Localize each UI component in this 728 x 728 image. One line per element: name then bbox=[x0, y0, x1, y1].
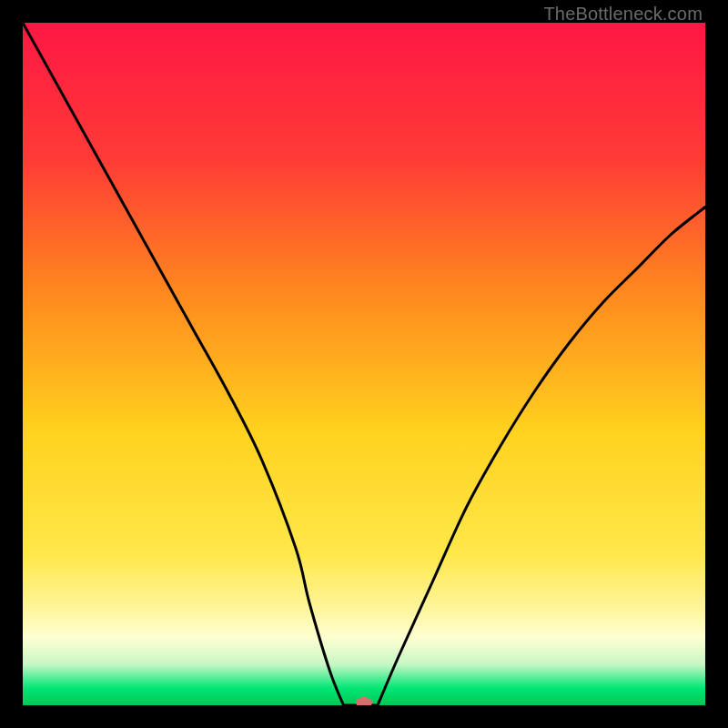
curve-layer bbox=[23, 23, 705, 705]
watermark-text: TheBottleneck.com bbox=[543, 4, 703, 25]
chart-container: TheBottleneck.com bbox=[0, 0, 728, 728]
plot-area bbox=[23, 23, 705, 705]
bottleneck-curve bbox=[23, 23, 705, 705]
optimal-marker bbox=[356, 697, 372, 705]
